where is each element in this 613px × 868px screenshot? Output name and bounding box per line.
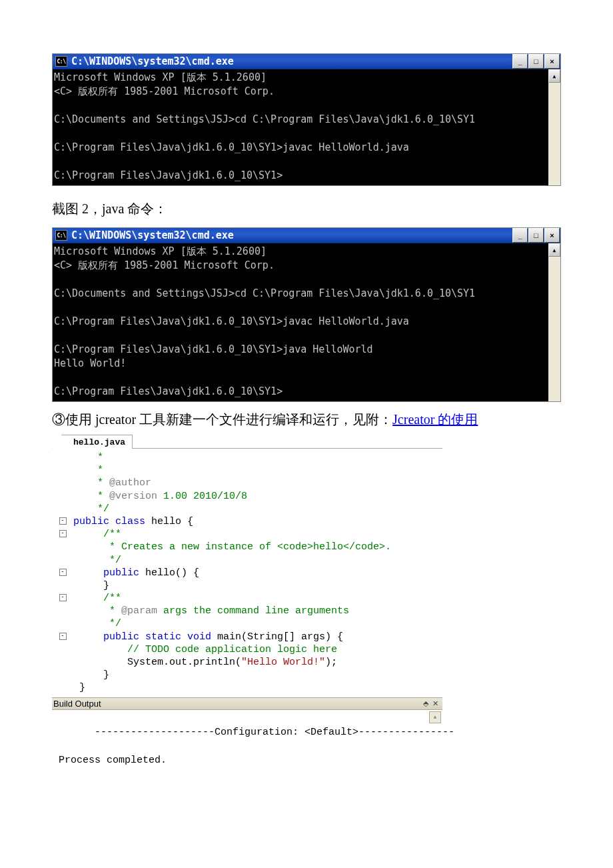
close-button[interactable]: ×: [544, 228, 560, 243]
editor-tab-hello[interactable]: hello.java: [67, 435, 133, 449]
cmd-titlebar[interactable]: C:\ C:\WINDOWS\system32\cmd.exe _ □ ×: [53, 54, 560, 69]
cmd-icon: C:\: [55, 230, 67, 241]
code-line: * Creates a new instance of <code>hello<…: [73, 541, 442, 553]
code-line: *: [73, 451, 442, 464]
jcreator-link[interactable]: Jcreator 的使用: [392, 412, 478, 427]
build-output-title: Build Output: [53, 699, 101, 709]
code-line: */: [73, 503, 442, 515]
scrollbar[interactable]: ▲: [548, 69, 560, 185]
code-line: // TODO code application logic here: [73, 643, 442, 656]
minimize-button[interactable]: _: [512, 54, 528, 69]
build-output-text: --------------------Configuration: <Defa…: [59, 727, 454, 766]
cmd-window-1: C:\ C:\WINDOWS\system32\cmd.exe _ □ × Mi…: [52, 53, 561, 186]
cmd-title-text: C:\WINDOWS\system32\cmd.exe: [67, 229, 512, 241]
fold-icon[interactable]: -: [59, 569, 67, 576]
fold-icon[interactable]: -: [59, 517, 67, 525]
fold-icon[interactable]: -: [59, 633, 67, 640]
cmd-output: Microsoft Windows XP [版本 5.1.2600] <C> 版…: [53, 243, 548, 401]
cmd-titlebar[interactable]: C:\ C:\WINDOWS\system32\cmd.exe _ □ ×: [53, 228, 560, 243]
scroll-up-button[interactable]: ▲: [429, 711, 441, 723]
instruction-3: ③使用 jcreator 工具新建一个文件进行编译和运行，见附：Jcreator…: [52, 409, 561, 430]
maximize-button[interactable]: □: [528, 228, 544, 243]
instruction-3-text: ③使用 jcreator 工具新建一个文件进行编译和运行，见附：: [52, 412, 392, 427]
document-page: C:\ C:\WINDOWS\system32\cmd.exe _ □ × Mi…: [0, 0, 613, 834]
editor-tabbar: hello.java: [52, 434, 442, 449]
close-icon[interactable]: ✕: [432, 699, 438, 708]
pin-icon[interactable]: ⬘: [423, 699, 428, 708]
build-output-titlebar[interactable]: Build Output ⬘ ✕: [52, 697, 442, 710]
maximize-button[interactable]: □: [528, 54, 544, 69]
fold-icon[interactable]: -: [59, 594, 67, 601]
cmd-window-2: C:\ C:\WINDOWS\system32\cmd.exe _ □ × Mi…: [52, 227, 561, 402]
scroll-up-button[interactable]: ▲: [548, 69, 560, 83]
scroll-track[interactable]: [548, 257, 560, 401]
code-line: *: [73, 464, 442, 477]
code-line: */: [73, 554, 442, 567]
cmd-output: Microsoft Windows XP [版本 5.1.2600] <C> 版…: [53, 69, 548, 185]
cmd-icon: C:\: [55, 56, 67, 67]
scroll-track[interactable]: [548, 83, 560, 185]
code-line: /**: [73, 592, 442, 605]
cmd-title-text: C:\WINDOWS\system32\cmd.exe: [67, 55, 512, 67]
jcreator-editor: hello.java * * * @author * @version 1.00…: [52, 434, 442, 807]
scrollbar[interactable]: ▲: [548, 243, 560, 401]
code-line: }: [73, 579, 442, 592]
build-output-body: --------------------Configuration: <Defa…: [52, 710, 442, 807]
caption-2: 截图 2，java 命令：: [52, 198, 561, 219]
code-line: }: [73, 681, 442, 694]
code-line: /**: [73, 528, 442, 541]
code-line: }: [73, 669, 442, 681]
scroll-up-button[interactable]: ▲: [548, 243, 560, 257]
close-button[interactable]: ×: [544, 54, 560, 69]
code-area[interactable]: * * * @author * @version 1.00 2010/10/8 …: [52, 449, 442, 697]
code-line: */: [73, 617, 442, 630]
fold-icon[interactable]: -: [59, 530, 67, 537]
minimize-button[interactable]: _: [512, 228, 528, 243]
